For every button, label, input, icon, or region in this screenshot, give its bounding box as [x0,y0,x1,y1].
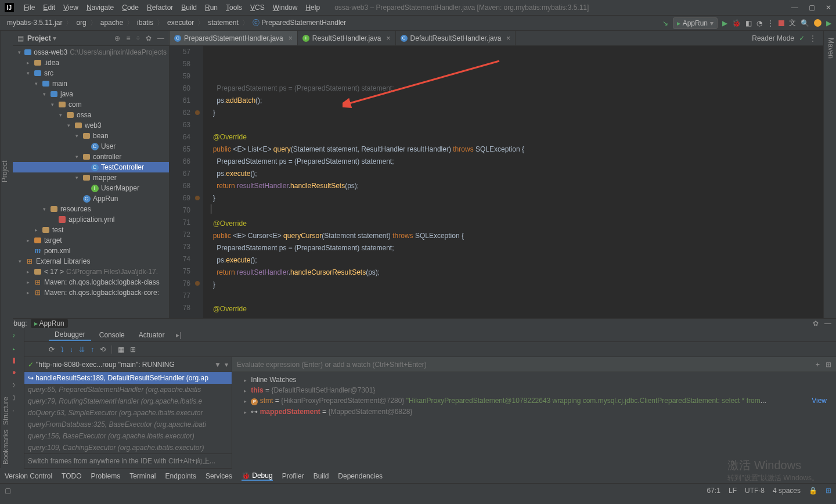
stack-frame[interactable]: query:79, RoutingStatementHandler (org.a… [24,395,232,407]
stack-frame[interactable]: query:156, BaseExecutor (org.apache.ibat… [24,430,232,442]
stack-frame[interactable]: query:109, CachingExecutor (org.apache.i… [24,442,232,453]
close-icon[interactable]: ✕ [826,3,831,12]
tree-item[interactable]: ▾java [13,89,169,99]
tree-item[interactable]: ▾resources [13,204,169,214]
breadcrumb-item[interactable]: org [74,19,88,27]
select-opened-icon[interactable]: ⊕ [114,34,120,42]
coverage-icon[interactable]: ◧ [745,19,752,27]
tree-item[interactable]: IUserMapper [13,183,169,193]
left-tool-strip[interactable]: Project [0,31,13,318]
close-tab-icon[interactable]: × [506,34,510,42]
breadcrumb-item[interactable]: ⓒ PreparedStatementHandler [250,19,348,27]
menu-window[interactable]: Window [269,3,302,12]
close-tab-icon[interactable]: × [289,34,293,42]
editor-tab[interactable]: CDefaultResultSetHandler.java× [396,31,516,45]
tree-item[interactable]: mpom.xml [13,246,169,256]
tree-item[interactable]: ▾mapper [13,172,169,183]
trace-icon[interactable]: ⊞ [130,345,136,354]
gutter-icons[interactable] [194,46,203,318]
stack-frame[interactable]: ↪ handleResultSets:189, DefaultResultSet… [24,372,232,384]
tree-item[interactable]: ▾main [13,78,169,89]
tool-window-tab-build[interactable]: Build [314,472,329,480]
stack-frame[interactable]: query:65, PreparedStatementHandler (org.… [24,384,232,395]
editor-tab[interactable]: IResultSetHandler.java× [298,31,396,45]
menu-build[interactable]: Build [177,3,201,12]
stack-frame[interactable]: doQuery:63, SimpleExecutor (org.apache.i… [24,407,232,419]
breadcrumb-item[interactable]: apache [98,19,125,27]
menu-view[interactable]: View [59,3,82,12]
tool-window-tab-services[interactable]: Services [206,472,232,480]
expand-all-icon[interactable]: ≡ [126,34,130,42]
collapse-all-icon[interactable]: ÷ [136,34,140,42]
breadcrumb-item[interactable]: mybatis-3.5.11.jar [5,19,64,27]
close-tab-icon[interactable]: × [387,34,391,42]
left-tool-structure[interactable]: Structure [2,397,12,425]
stop-icon[interactable] [779,20,784,26]
menu-vcs[interactable]: VCS [246,3,269,12]
menu-edit[interactable]: Edit [39,3,59,12]
tool-window-tab-profiler[interactable]: Profiler [282,472,304,480]
search-icon[interactable]: 🔍 [801,19,809,27]
tree-item[interactable]: CUser [13,141,169,152]
show-execution-icon[interactable]: ⟳ [49,345,55,354]
settings-icon[interactable]: ✿ [146,34,152,42]
variables-list[interactable]: ▸ Inline Watches ▸ this = {DefaultResult… [232,372,836,469]
drop-frame-icon[interactable]: ⟲ [100,345,106,354]
step-out-icon[interactable]: ↑ [91,345,94,354]
breadcrumb-item[interactable]: executor [165,19,196,27]
caret-position[interactable]: 67:1 [707,487,720,495]
hide-icon[interactable]: — [824,319,831,327]
status-icon[interactable]: ▢ [5,487,11,495]
tool-window-tab-version-control[interactable]: Version Control [5,472,52,480]
thread-selector[interactable]: "http-nio-8080-exec...roup "main": RUNNI… [36,361,175,369]
tree-item[interactable]: CAppRun [13,193,169,204]
build-icon[interactable]: ↘ [662,19,668,27]
reader-mode-toggle[interactable]: Reader Mode [752,34,794,42]
debug-icon[interactable]: 🐞 [732,19,741,27]
tree-item[interactable]: application.yml [13,214,169,225]
file-encoding[interactable]: UTF-8 [745,487,765,495]
force-step-into-icon[interactable]: ⇊ [79,345,85,354]
filter-icon[interactable]: ▼ [214,361,221,369]
indent-status[interactable]: 4 spaces [773,487,801,495]
run-icon[interactable]: ▶ [722,19,727,27]
tree-item[interactable]: ▸< 17 >C:\Program Files\Java\jdk-17. [13,267,169,277]
project-tree[interactable]: ▾ossa-web3C:\Users\sunjinxin\IdeaProject… [13,46,169,318]
project-tool-label[interactable]: Project [1,161,9,182]
right-tool-strip[interactable]: MavenDatabaseNotifications [823,31,836,318]
view-link[interactable]: View [812,397,827,405]
breadcrumb-item[interactable]: ibatis [135,19,156,27]
step-over-icon[interactable]: ⤵ [60,345,64,354]
debug-tab-debugger[interactable]: Debugger [49,329,91,341]
variable-row[interactable]: ▸ P stmt = {HikariProxyPreparedStatement… [237,395,831,406]
tree-item[interactable]: ▸⊞Maven: ch.qos.logback:logback-class [13,277,169,287]
menu-file[interactable]: File [20,3,39,12]
left-tool-bookmarks[interactable]: Bookmarks [2,430,12,465]
gear-icon[interactable]: ✿ [813,319,819,327]
tree-item[interactable]: ▾ossa [13,110,169,120]
debug-config-badge[interactable]: ▸ AppRun [31,319,68,328]
frames-list[interactable]: ↪ handleResultSets:189, DefaultResultSet… [24,372,232,453]
run-anything-icon[interactable]: 文 [789,18,796,28]
readonly-icon[interactable]: 🔒 [809,487,817,495]
maximize-icon[interactable]: ▢ [809,3,815,12]
debug-tab-actuator[interactable]: Actuator [133,330,171,340]
menu-code[interactable]: Code [118,3,143,12]
tree-item[interactable]: ▾bean [13,131,169,141]
ide-settings-icon[interactable] [814,19,821,27]
variable-row[interactable]: ▸ ⊶ mappedStatement = {MappedStatement@6… [237,406,831,417]
tree-item[interactable]: ▸target [13,235,169,246]
ide-updates-icon[interactable]: ▶ [826,19,831,27]
stack-frame[interactable]: queryFromDatabase:325, BaseExecutor (org… [24,419,232,430]
line-separator[interactable]: LF [729,487,737,495]
step-into-icon[interactable]: ↓ [70,345,73,354]
tree-item[interactable]: ▾com [13,99,169,110]
tree-item[interactable]: ▸⊞Maven: ch.qos.logback:logback-core: [13,287,169,298]
menu-tools[interactable]: Tools [222,3,246,12]
minimize-icon[interactable]: — [791,3,798,12]
evaluate-icon[interactable]: ▦ [118,345,124,354]
tool-window-tab-dependencies[interactable]: Dependencies [338,472,383,480]
tree-item[interactable]: ▸.idea [13,57,169,68]
hide-icon[interactable]: — [157,34,164,42]
tree-item[interactable]: ▾controller [13,152,169,162]
